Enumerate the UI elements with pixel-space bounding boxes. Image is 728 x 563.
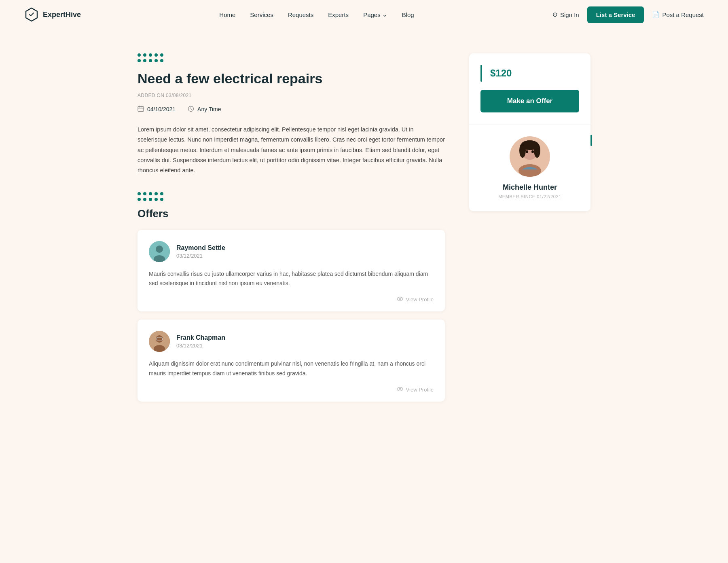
- offer-date-raymond: 03/12/2021: [176, 253, 225, 259]
- avatar-raymond: [149, 241, 170, 262]
- offer-name-frank: Frank Chapman: [176, 334, 225, 341]
- left-column: Need a few electrical repairs ADDED ON 0…: [138, 53, 445, 410]
- nav-pages[interactable]: Pages ⌄: [363, 11, 387, 18]
- svg-point-11: [397, 387, 403, 391]
- svg-point-8: [156, 335, 163, 343]
- post-request-button[interactable]: 📄 Post a Request: [652, 11, 704, 18]
- list-service-button[interactable]: List a Service: [587, 6, 644, 23]
- svg-point-19: [522, 140, 538, 148]
- eye-icon: [397, 296, 403, 303]
- brand: ExpertHive: [24, 7, 81, 22]
- view-profile-frank[interactable]: View Profile: [397, 386, 434, 394]
- provider-section: Michelle Hunter MEMBER SINCE 01/22/2021: [480, 136, 579, 211]
- svg-point-21: [531, 150, 534, 153]
- offer-header-frank: Frank Chapman 03/12/2021: [149, 331, 434, 352]
- nav-home[interactable]: Home: [219, 11, 235, 18]
- description: Lorem ipsum dolor sit amet, consectetur …: [138, 125, 445, 176]
- date-meta: 04/10/2021: [138, 106, 176, 113]
- offer-info-raymond: Raymond Settle 03/12/2021: [176, 244, 225, 259]
- nav-experts[interactable]: Experts: [328, 11, 349, 18]
- svg-point-14: [518, 164, 541, 177]
- nav-links: Home Services Requests Experts Pages ⌄ B…: [219, 11, 414, 18]
- provider-avatar: [510, 136, 550, 177]
- scroll-indicator[interactable]: [590, 135, 592, 146]
- navbar: ExpertHive Home Services Requests Expert…: [0, 0, 728, 29]
- offer-name-raymond: Raymond Settle: [176, 244, 225, 252]
- page-title: Need a few electrical repairs: [138, 70, 445, 87]
- time-meta: Any Time: [188, 106, 221, 113]
- nav-blog[interactable]: Blog: [402, 11, 414, 18]
- sidebar-card-wrapper: $120 Make an Offer: [469, 53, 590, 211]
- avatar-frank: [149, 331, 170, 352]
- offer-footer-frank: View Profile: [149, 386, 434, 394]
- offer-card-raymond: Raymond Settle 03/12/2021 Mauris convall…: [138, 230, 445, 312]
- offers-title: Offers: [138, 207, 445, 220]
- brand-name: ExpertHive: [43, 11, 81, 19]
- offer-header-raymond: Raymond Settle 03/12/2021: [149, 241, 434, 262]
- make-offer-button[interactable]: Make an Offer: [480, 90, 579, 112]
- date-value: 04/10/2021: [147, 106, 176, 112]
- svg-rect-0: [138, 106, 144, 111]
- time-value: Any Time: [197, 106, 221, 112]
- clock-icon: [188, 106, 194, 113]
- offer-info-frank: Frank Chapman 03/12/2021: [176, 334, 225, 349]
- nav-actions: ⊙ Sign In List a Service 📄 Post a Reques…: [552, 6, 704, 23]
- calendar-icon: [138, 106, 144, 113]
- offers-section: Offers Raymond Settle 03/12/2021: [138, 192, 445, 402]
- main-content: Need a few electrical repairs ADDED ON 0…: [121, 29, 607, 434]
- chevron-down-icon: ⌄: [382, 11, 387, 18]
- dots-decoration-offers: [138, 192, 445, 201]
- svg-point-6: [399, 298, 400, 300]
- divider: [469, 125, 590, 125]
- meta-row: 04/10/2021 Any Time: [138, 106, 445, 113]
- offer-text-frank: Aliquam dignissim dolor erat nunc condim…: [149, 359, 434, 379]
- price-amount: $120: [490, 68, 512, 79]
- svg-point-3: [156, 246, 163, 253]
- right-column: $120 Make an Offer: [469, 53, 590, 410]
- eye-icon-frank: [397, 386, 403, 394]
- offer-footer-raymond: View Profile: [149, 296, 434, 303]
- logo-icon: [24, 7, 39, 22]
- price-card: $120 Make an Offer: [469, 53, 590, 211]
- sign-in-button[interactable]: ⊙ Sign In: [552, 11, 579, 18]
- user-circle-icon: ⊙: [552, 11, 558, 18]
- svg-point-5: [397, 297, 403, 301]
- dots-decoration-top: [138, 53, 445, 62]
- nav-services[interactable]: Services: [250, 11, 273, 18]
- document-icon: 📄: [652, 11, 660, 18]
- added-on-label: ADDED ON 03/08/2021: [138, 93, 445, 98]
- price-header: $120: [480, 65, 579, 82]
- view-profile-raymond[interactable]: View Profile: [397, 296, 434, 303]
- offer-date-frank: 03/12/2021: [176, 343, 225, 349]
- offer-card-frank: Frank Chapman 03/12/2021 Aliquam digniss…: [138, 320, 445, 402]
- svg-point-20: [526, 150, 528, 153]
- provider-member-since: MEMBER SINCE 01/22/2021: [480, 194, 579, 199]
- price-bar-accent: [480, 65, 482, 82]
- nav-requests[interactable]: Requests: [288, 11, 313, 18]
- offer-text-raymond: Mauris convallis risus eu justo ullamcor…: [149, 269, 434, 289]
- provider-name: Michelle Hunter: [480, 183, 579, 192]
- svg-point-12: [399, 388, 400, 390]
